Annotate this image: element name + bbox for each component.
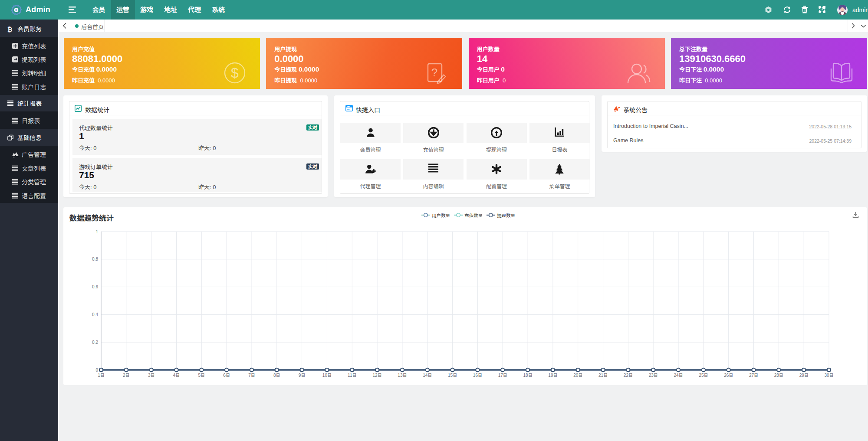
svg-text:16日: 16日 — [473, 372, 482, 378]
svg-text:6日: 6日 — [223, 372, 230, 378]
svg-text:10日: 10日 — [322, 372, 332, 378]
svg-text:15日: 15日 — [448, 372, 457, 378]
svg-text:17日: 17日 — [498, 372, 507, 378]
svg-text:5日: 5日 — [198, 372, 205, 378]
svg-text:0: 0 — [95, 368, 98, 372]
svg-text:29日: 29日 — [799, 372, 809, 378]
svg-text:18日: 18日 — [523, 372, 533, 378]
svg-text:0.8: 0.8 — [92, 257, 98, 261]
svg-text:$: $ — [231, 65, 239, 81]
svg-text:1日: 1日 — [98, 372, 105, 378]
svg-text:11日: 11日 — [348, 372, 356, 378]
svg-text:22日: 22日 — [624, 372, 633, 378]
svg-text:14日: 14日 — [423, 372, 432, 378]
svg-text:0.6: 0.6 — [92, 284, 98, 289]
svg-text:25日: 25日 — [699, 372, 708, 378]
svg-text:23日: 23日 — [649, 372, 658, 378]
svg-text:0.2: 0.2 — [92, 340, 98, 345]
svg-text:19日: 19日 — [548, 372, 557, 378]
svg-text:12日: 12日 — [373, 372, 382, 378]
svg-text:20日: 20日 — [573, 372, 582, 378]
svg-text:?: ? — [431, 66, 437, 79]
svg-text:13日: 13日 — [398, 372, 407, 378]
svg-text:0.4: 0.4 — [92, 312, 98, 317]
svg-text:24日: 24日 — [674, 372, 683, 378]
svg-text:8日: 8日 — [273, 372, 280, 378]
svg-text:1: 1 — [95, 229, 98, 234]
svg-text:4日: 4日 — [173, 372, 180, 378]
svg-text:28日: 28日 — [774, 372, 783, 378]
svg-text:9日: 9日 — [299, 372, 306, 378]
svg-text:7日: 7日 — [248, 372, 255, 378]
svg-text:30日: 30日 — [824, 372, 833, 378]
svg-text:21日: 21日 — [598, 372, 608, 378]
svg-text:3日: 3日 — [148, 372, 155, 378]
svg-text:2日: 2日 — [123, 372, 130, 378]
svg-text:26日: 26日 — [724, 372, 733, 378]
svg-text:27日: 27日 — [749, 372, 758, 378]
